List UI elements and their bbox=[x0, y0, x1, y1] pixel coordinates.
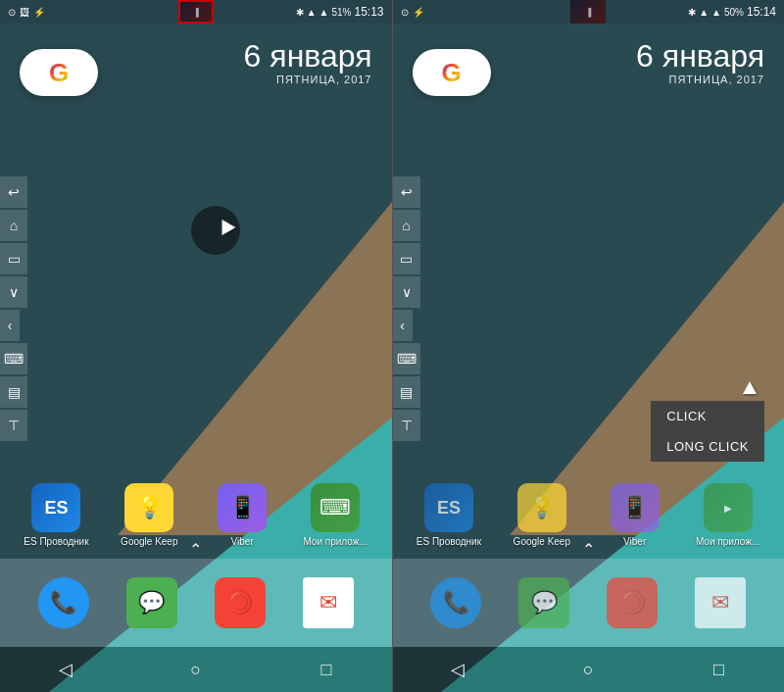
nav-back-right[interactable]: ◁ bbox=[438, 650, 477, 689]
wifi-icon-left: ▲ bbox=[307, 7, 317, 18]
side-recents-btn[interactable]: ▭ bbox=[0, 243, 27, 274]
app-keep-right[interactable]: 💡 Google Keep bbox=[508, 483, 576, 547]
side-extra-btn-right[interactable]: ⊤ bbox=[393, 410, 420, 441]
app-icon-viber-left: 📱 bbox=[218, 483, 267, 532]
google-g-right: G bbox=[441, 58, 461, 88]
side-home-btn-right[interactable]: ⌂ bbox=[393, 210, 420, 241]
dock-gmail-right[interactable]: ✉ bbox=[695, 577, 746, 628]
nav-bar-left: ◁ ○ □ bbox=[0, 647, 392, 692]
app-label-myapps-right: Мои прилож... bbox=[696, 536, 760, 547]
status-bar-left: ⊙ 🖼 ⚡ ▐ ✱ ▲ ▲ 51% 15:13 bbox=[0, 0, 392, 24]
app-es-left[interactable]: ES ES Проводник bbox=[22, 483, 90, 547]
battery-left: 51% bbox=[331, 7, 351, 18]
side-collapse-btn-right[interactable]: ‹ bbox=[393, 310, 413, 341]
side-extra-btn[interactable]: ⊤ bbox=[0, 410, 27, 441]
side-menu-btn-right[interactable]: ▤ bbox=[393, 376, 420, 408]
bluetooth-icon-left: ✱ bbox=[296, 7, 304, 18]
app-myapps-right[interactable]: ▶ Мои прилож... bbox=[694, 483, 762, 547]
side-down-btn-right[interactable]: ∨ bbox=[393, 276, 420, 308]
dock-gmail-left[interactable]: ✉ bbox=[303, 577, 354, 628]
screenshot-icon: ⊙ bbox=[8, 7, 16, 18]
app-label-viber-left: Viber bbox=[231, 536, 254, 547]
status-bar-right: ⊙ ⚡ ▐ ✱ ▲ ▲ 50% 15:14 bbox=[393, 0, 785, 24]
bottom-dock-left: 📞 💬 ⭕ ✉ bbox=[0, 559, 392, 647]
nav-home-right[interactable]: ○ bbox=[568, 650, 608, 689]
status-right-left: ✱ ▲ ▲ 51% 15:13 bbox=[296, 5, 384, 19]
app-label-viber-right: Viber bbox=[623, 536, 646, 547]
side-collapse-btn[interactable]: ‹ bbox=[0, 310, 20, 341]
side-menu-btn[interactable]: ▤ bbox=[0, 376, 27, 408]
context-click-item[interactable]: CLICK bbox=[651, 401, 764, 431]
app-label-myapps-left: Мои прилож... bbox=[303, 536, 367, 547]
cursor-right bbox=[743, 381, 757, 394]
battery-right: 50% bbox=[724, 7, 744, 18]
nav-recents-right[interactable]: □ bbox=[699, 650, 738, 689]
app-viber-left[interactable]: 📱 Viber bbox=[208, 483, 276, 547]
app-icon-myapps-left: ⌨ bbox=[311, 483, 360, 532]
dock-phone-left[interactable]: 📞 bbox=[38, 577, 89, 628]
side-home-btn[interactable]: ⌂ bbox=[0, 210, 27, 241]
date-day-left: 6 января bbox=[244, 39, 372, 74]
app-icon-keep-right: 💡 bbox=[517, 483, 566, 532]
signal-icon-left: ▲ bbox=[319, 7, 329, 18]
status-icons-right: ⊙ ⚡ bbox=[401, 7, 424, 18]
google-search-bar-left[interactable]: G bbox=[20, 49, 98, 96]
side-toolbar-right: ↩ ⌂ ▭ ∨ ‹ ⌨ ▤ ⊤ bbox=[393, 176, 420, 441]
app-label-keep-left: Google Keep bbox=[121, 536, 177, 547]
context-menu[interactable]: CLICK LONG CLICK bbox=[651, 401, 764, 462]
date-weekday-left: ПЯТНИЦА, 2017 bbox=[244, 74, 372, 85]
context-long-click-item[interactable]: LONG CLICK bbox=[651, 431, 764, 462]
side-back-btn-right[interactable]: ↩ bbox=[393, 176, 420, 208]
app-icon-keep-left: 💡 bbox=[124, 483, 173, 532]
side-down-btn[interactable]: ∨ bbox=[0, 276, 27, 308]
screenshot-icon-right: ⊙ bbox=[401, 7, 409, 18]
context-cursor bbox=[743, 381, 757, 394]
notification-thumb-left: ▐ bbox=[178, 0, 214, 24]
app-row-left: ES ES Проводник 💡 Google Keep 📱 Viber ⌨ … bbox=[0, 483, 392, 547]
up-arrow-left[interactable]: ⌃ bbox=[189, 540, 202, 559]
date-widget-left: 6 января ПЯТНИЦА, 2017 bbox=[244, 39, 372, 85]
es-label-right: ES bbox=[437, 498, 461, 519]
app-myapps-left[interactable]: ⌨ Мои прилож... bbox=[301, 483, 369, 547]
bolt-icon-right: ⚡ bbox=[413, 7, 424, 18]
bluetooth-icon-right: ✱ bbox=[688, 7, 696, 18]
date-day-right: 6 января bbox=[636, 39, 764, 74]
side-back-btn[interactable]: ↩ bbox=[0, 176, 27, 208]
left-phone-screen: ⊙ 🖼 ⚡ ▐ ✱ ▲ ▲ 51% 15:13 G 6 января ПЯТНИ… bbox=[0, 0, 392, 692]
time-right: 15:14 bbox=[747, 5, 776, 19]
date-widget-right: 6 января ПЯТНИЦА, 2017 bbox=[636, 39, 764, 85]
nav-recents-left[interactable]: □ bbox=[307, 650, 346, 689]
nav-bar-right: ◁ ○ □ bbox=[393, 647, 785, 692]
wifi-icon-right: ▲ bbox=[699, 7, 709, 18]
nav-home-left[interactable]: ○ bbox=[176, 650, 216, 689]
app-label-keep-right: Google Keep bbox=[514, 536, 570, 547]
side-recents-btn-right[interactable]: ▭ bbox=[393, 243, 420, 274]
time-left: 15:13 bbox=[354, 5, 383, 19]
app-label-es-right: ES Проводник bbox=[416, 536, 481, 547]
app-keep-left[interactable]: 💡 Google Keep bbox=[115, 483, 183, 547]
app-icon-myapps-right: ▶ bbox=[704, 483, 753, 532]
dark-circle-left bbox=[191, 206, 240, 255]
right-phone-screen: ⊙ ⚡ ▐ ✱ ▲ ▲ 50% 15:14 G 6 января ПЯТНИЦА… bbox=[393, 0, 785, 692]
dock-chat-left[interactable]: 💬 bbox=[126, 577, 177, 628]
dock-chat-right[interactable]: 💬 bbox=[518, 577, 569, 628]
app-icon-es-right: ES bbox=[424, 483, 473, 532]
up-arrow-right[interactable]: ⌃ bbox=[582, 540, 595, 559]
dock-camera-right[interactable]: ⭕ bbox=[607, 577, 658, 628]
dock-phone-right[interactable]: 📞 bbox=[430, 577, 481, 628]
thumb-content: ▐ bbox=[180, 2, 212, 22]
nav-back-left[interactable]: ◁ bbox=[46, 650, 85, 689]
side-keyboard-btn[interactable]: ⌨ bbox=[0, 343, 27, 374]
side-toolbar-left: ↩ ⌂ ▭ ∨ ‹ ⌨ ▤ ⊤ bbox=[0, 176, 27, 441]
app-viber-right[interactable]: 📱 Viber bbox=[601, 483, 669, 547]
app-label-es-left: ES Проводник bbox=[24, 536, 88, 547]
dock-camera-left[interactable]: ⭕ bbox=[215, 577, 266, 628]
status-icons-left: ⊙ 🖼 ⚡ bbox=[8, 7, 45, 18]
signal-icon-right: ▲ bbox=[711, 7, 721, 18]
bolt-icon: ⚡ bbox=[33, 7, 45, 18]
bottom-dock-right: 📞 💬 ⭕ ✉ bbox=[393, 559, 785, 647]
image-icon: 🖼 bbox=[20, 7, 29, 18]
app-es-right[interactable]: ES ES Проводник bbox=[415, 483, 483, 547]
google-search-bar-right[interactable]: G bbox=[413, 49, 491, 96]
side-keyboard-btn-right[interactable]: ⌨ bbox=[393, 343, 420, 374]
